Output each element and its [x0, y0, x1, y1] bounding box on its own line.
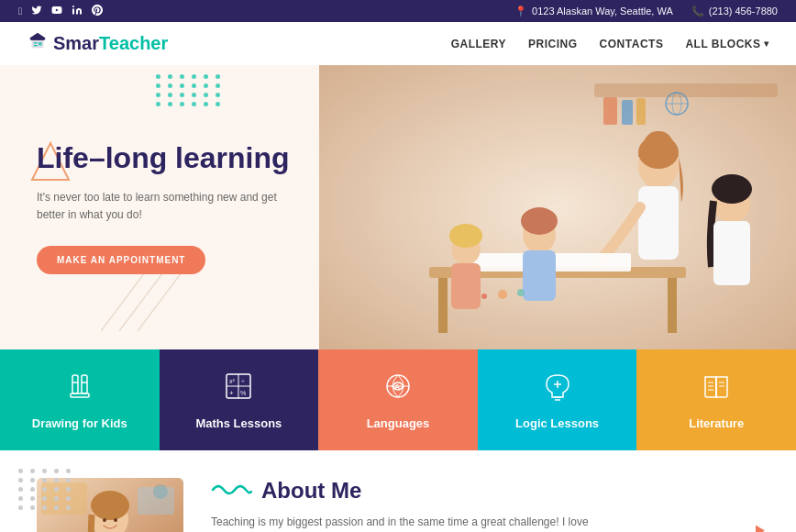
twitter-icon[interactable] [31, 5, 42, 17]
phone-info: 📞 (213) 456-7880 [691, 6, 778, 17]
svg-text:x²: x² [229, 378, 236, 384]
hero-dots [156, 74, 223, 106]
svg-text:%: % [240, 390, 246, 396]
hero-image-placeholder [319, 65, 796, 349]
svg-rect-38 [71, 393, 89, 397]
svg-rect-17 [668, 278, 677, 333]
svg-point-67 [153, 484, 168, 499]
logo-text: SmarTeacher [53, 33, 168, 54]
svg-point-64 [114, 518, 117, 522]
category-languages[interactable]: A Languages [318, 349, 478, 450]
contact-info: 📍 0123 Alaskan Way, Seattle, WA 📞 (213) … [514, 6, 778, 17]
svg-rect-34 [72, 375, 78, 393]
svg-point-63 [103, 518, 106, 522]
hero-image [319, 65, 796, 349]
about-body: Teaching is my biggest passion and in th… [211, 513, 614, 532]
bottom-dots [18, 469, 73, 510]
hero-title: Life–long learning [37, 140, 293, 175]
svg-point-0 [72, 6, 74, 7]
facebook-icon[interactable]:  [18, 6, 22, 17]
svg-rect-24 [451, 263, 481, 309]
svg-point-30 [481, 294, 487, 299]
pinterest-icon[interactable] [92, 5, 103, 17]
svg-text:A: A [394, 382, 401, 392]
categories-section: Drawing for Kids x² ÷ + % Maths Lessons [0, 349, 796, 450]
svg-point-28 [498, 290, 507, 299]
navbar: SmarTeacher GALLERY PRICING CONTACTS ALL… [0, 22, 796, 65]
about-section: About Me Teaching is my biggest passion … [0, 450, 796, 532]
svg-rect-8 [636, 98, 646, 125]
svg-point-26 [712, 174, 752, 204]
category-logic[interactable]: Logic Lessons [478, 349, 637, 450]
youtube-icon[interactable] [51, 5, 62, 17]
svg-rect-6 [603, 97, 617, 125]
location-icon: 📍 [514, 6, 527, 17]
social-links[interactable]:  [18, 5, 103, 17]
arrow-right-icon [750, 522, 768, 533]
wave-decoration [211, 481, 252, 502]
svg-point-23 [449, 224, 482, 248]
svg-point-29 [517, 289, 525, 296]
phone-icon: 📞 [691, 6, 704, 17]
svg-rect-7 [622, 100, 633, 125]
cta-button[interactable]: MAKE AN APPOINTMENT [37, 246, 205, 274]
nav-all-blocks[interactable]: ALL BLOCKS [685, 38, 768, 50]
logic-icon [541, 370, 574, 409]
svg-text:÷: ÷ [241, 378, 245, 384]
logo-icon [28, 31, 48, 56]
nav-contacts[interactable]: CONTACTS [600, 38, 664, 50]
logic-label: Logic Lessons [515, 416, 599, 430]
languages-label: Languages [367, 416, 430, 430]
about-header: About Me [211, 478, 759, 504]
address-info: 📍 0123 Alaskan Way, Seattle, WA [514, 6, 673, 17]
nav-gallery[interactable]: GALLERY [451, 38, 506, 50]
wave-svg [211, 481, 252, 497]
hero-illustration [319, 65, 796, 349]
phone-text: (213) 456-7880 [709, 6, 778, 17]
logo[interactable]: SmarTeacher [28, 31, 168, 56]
nav-links: GALLERY PRICING CONTACTS ALL BLOCKS [451, 38, 768, 50]
maths-icon: x² ÷ + % [222, 370, 255, 409]
maths-label: Maths Lessons [195, 416, 282, 430]
svg-point-61 [91, 491, 129, 520]
svg-rect-5 [594, 83, 778, 97]
logo-text-1: Smar [53, 33, 99, 53]
hero-section: Life–long learning It's never too late t… [0, 65, 796, 349]
category-drawing[interactable]: Drawing for Kids [0, 349, 160, 450]
nav-pricing[interactable]: PRICING [528, 38, 578, 50]
svg-rect-27 [713, 221, 750, 285]
svg-rect-14 [638, 186, 679, 260]
hero-content: Life–long learning It's never too late t… [0, 104, 330, 311]
svg-rect-21 [523, 250, 556, 301]
top-bar:  📍 0123 Alaskan Way, Seattle, WA 📞 (213… [0, 0, 796, 22]
category-literature[interactable]: Literature [636, 349, 796, 450]
drawing-label: Drawing for Kids [32, 416, 127, 430]
drawing-icon [63, 370, 96, 409]
about-text: About Me Teaching is my biggest passion … [211, 478, 759, 532]
address-text: 0123 Alaskan Way, Seattle, WA [532, 6, 673, 17]
literature-icon [700, 370, 733, 409]
next-arrow[interactable] [750, 522, 768, 533]
logo-text-2: Teacher [99, 33, 168, 53]
literature-label: Literature [689, 416, 744, 430]
languages-icon: A [381, 370, 415, 409]
category-maths[interactable]: x² ÷ + % Maths Lessons [160, 349, 319, 450]
about-title: About Me [261, 478, 361, 504]
hero-subtitle: It's never too late to learn something n… [37, 189, 293, 224]
svg-point-20 [521, 207, 558, 235]
svg-text:+: + [229, 389, 234, 397]
linkedin-icon[interactable] [72, 5, 83, 17]
svg-rect-16 [438, 278, 448, 333]
svg-marker-68 [756, 526, 765, 533]
svg-rect-35 [82, 375, 87, 393]
svg-rect-2 [39, 42, 42, 46]
